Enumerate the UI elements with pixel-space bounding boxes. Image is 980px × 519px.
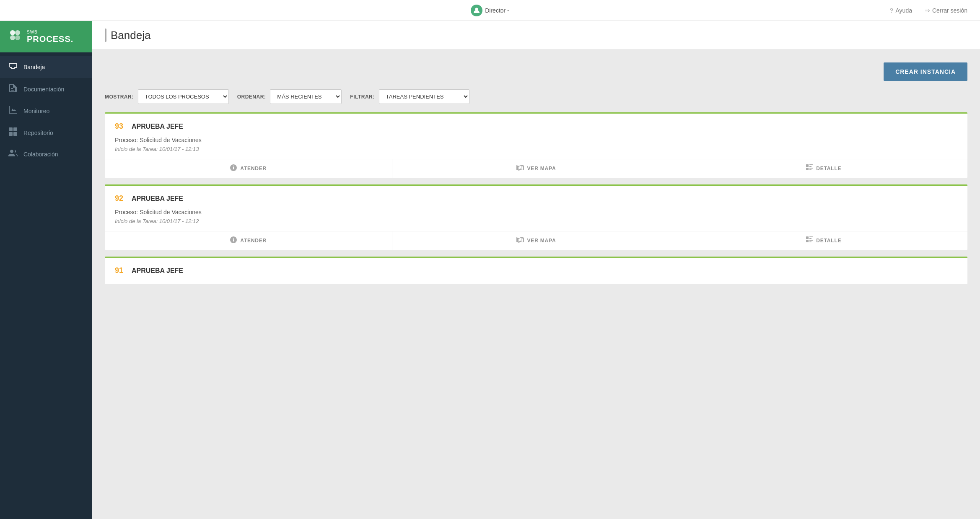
logout-label: Cerrar sesión xyxy=(932,7,967,14)
sidebar-item-repositorio[interactable]: Repositorio xyxy=(0,122,92,144)
topbar-actions: ? Ayuda ⇒ Cerrar sesión xyxy=(889,7,967,14)
detalle-button-93[interactable]: DETALLE xyxy=(680,159,967,178)
task-process-92: Proceso: Solicitud de Vacaciones xyxy=(115,209,957,215)
bandeja-icon xyxy=(8,62,18,72)
task-id-92: 92 xyxy=(115,194,123,203)
task-id-91: 91 xyxy=(115,266,123,275)
svg-point-1 xyxy=(10,30,15,35)
sidebar-item-colaboracion[interactable]: Colaboración xyxy=(0,144,92,164)
mostrar-filter-group: MOSTRAR: TODOS LOS PROCESOS MIS PROCESOS xyxy=(105,89,229,104)
svg-point-4 xyxy=(15,35,20,40)
filtrar-filter-group: FILTRAR: TAREAS PENDIENTES TODAS LAS TAR… xyxy=(350,89,469,104)
page-title: Bandeja xyxy=(111,29,150,42)
logo-text: SWB PROCESS. xyxy=(27,30,73,44)
atender-button-92[interactable]: ATENDER xyxy=(105,231,392,250)
sidebar-label-bandeja: Bandeja xyxy=(23,64,45,70)
sidebar-logo: SWB PROCESS. xyxy=(0,21,92,52)
task-id-93: 93 xyxy=(115,122,123,131)
svg-rect-19 xyxy=(809,240,813,241)
svg-rect-9 xyxy=(806,164,809,167)
task-date-92: Inicio de la Tarea: 10/01/17 - 12:12 xyxy=(115,218,957,224)
monitoreo-icon xyxy=(8,106,18,116)
ver-mapa-label-93: VER MAPA xyxy=(527,166,556,171)
ordenar-label: ORDENAR: xyxy=(237,94,266,100)
sidebar-label-monitoreo: Monitoreo xyxy=(23,108,49,114)
filtrar-label: FILTRAR: xyxy=(350,94,374,100)
atender-icon-92 xyxy=(230,236,237,245)
content-body: CREAR INSTANCIA MOSTRAR: TODOS LOS PROCE… xyxy=(92,50,980,304)
toolbar: CREAR INSTANCIA xyxy=(105,62,967,81)
help-label: Ayuda xyxy=(896,7,912,14)
main-layout: SWB PROCESS. Bandeja xyxy=(0,21,980,519)
ver-mapa-icon-92 xyxy=(516,237,524,244)
topbar: Director - ? Ayuda ⇒ Cerrar sesión xyxy=(0,0,980,21)
svg-rect-7 xyxy=(9,132,13,136)
detalle-icon-92 xyxy=(806,236,813,245)
task-card-body-92: 92 APRUEBA JEFE Proceso: Solicitud de Va… xyxy=(105,186,967,231)
logo-process: PROCESS. xyxy=(27,34,73,44)
sidebar-item-bandeja[interactable]: Bandeja xyxy=(0,56,92,78)
ver-mapa-button-92[interactable]: VER MAPA xyxy=(392,231,680,250)
documentacion-icon xyxy=(8,84,18,94)
task-actions-93: ATENDER VER MAPA xyxy=(105,159,967,178)
task-date-93: Inicio de la Tarea: 10/01/17 - 12:13 xyxy=(115,146,957,152)
logout-link[interactable]: ⇒ Cerrar sesión xyxy=(925,7,967,14)
task-process-93: Proceso: Solicitud de Vacaciones xyxy=(115,137,957,143)
svg-rect-12 xyxy=(806,168,809,170)
svg-rect-8 xyxy=(13,132,17,136)
mostrar-select[interactable]: TODOS LOS PROCESOS MIS PROCESOS xyxy=(138,89,229,104)
task-card-91: 91 APRUEBA JEFE xyxy=(105,257,967,284)
filtrar-select[interactable]: TAREAS PENDIENTES TODAS LAS TAREAS TAREA… xyxy=(379,89,469,104)
detalle-label-92: DETALLE xyxy=(816,238,841,244)
sidebar-item-monitoreo[interactable]: Monitoreo xyxy=(0,100,92,122)
sidebar: SWB PROCESS. Bandeja xyxy=(0,21,92,519)
user-avatar-icon xyxy=(471,5,482,16)
svg-point-2 xyxy=(15,30,20,35)
svg-rect-14 xyxy=(809,169,811,170)
atender-label-93: ATENDER xyxy=(240,166,267,171)
content-area: Bandeja CREAR INSTANCIA MOSTRAR: TODOS L… xyxy=(92,21,980,519)
task-title-92: APRUEBA JEFE xyxy=(132,195,183,202)
detalle-label-93: DETALLE xyxy=(816,166,841,171)
sidebar-nav: Bandeja Documentación Monitoreo xyxy=(0,52,92,164)
content-header: Bandeja xyxy=(92,21,980,50)
task-card-body-91: 91 APRUEBA JEFE xyxy=(105,258,967,284)
logo-swb: SWB xyxy=(27,30,73,34)
sidebar-label-colaboracion: Colaboración xyxy=(23,151,58,158)
detalle-icon-93 xyxy=(806,164,813,173)
ver-mapa-button-93[interactable]: VER MAPA xyxy=(392,159,680,178)
title-accent xyxy=(105,29,106,42)
help-icon: ? xyxy=(889,7,893,14)
svg-point-3 xyxy=(10,35,15,40)
sidebar-item-documentacion[interactable]: Documentación xyxy=(0,78,92,100)
atender-button-93[interactable]: ATENDER xyxy=(105,159,392,178)
logo-icon xyxy=(8,28,23,46)
sidebar-label-documentacion: Documentación xyxy=(23,86,64,93)
sidebar-label-repositorio: Repositorio xyxy=(23,130,53,136)
svg-rect-18 xyxy=(806,240,809,242)
ordenar-select[interactable]: MÁS RECIENTES MÁS ANTIGUOS xyxy=(270,89,342,104)
ordenar-filter-group: ORDENAR: MÁS RECIENTES MÁS ANTIGUOS xyxy=(237,89,342,104)
task-header-row-92: 92 APRUEBA JEFE xyxy=(115,194,957,205)
svg-rect-13 xyxy=(809,168,813,169)
user-info: Director - xyxy=(471,5,509,16)
user-label: Director - xyxy=(485,7,509,14)
task-title-91: APRUEBA JEFE xyxy=(132,267,183,275)
atender-label-92: ATENDER xyxy=(240,238,267,244)
create-instance-button[interactable]: CREAR INSTANCIA xyxy=(884,62,967,81)
svg-rect-6 xyxy=(13,127,17,131)
help-link[interactable]: ? Ayuda xyxy=(889,7,912,14)
svg-rect-17 xyxy=(809,238,811,239)
task-card-93: 93 APRUEBA JEFE Proceso: Solicitud de Va… xyxy=(105,112,967,178)
task-header-row-93: 93 APRUEBA JEFE xyxy=(115,122,957,133)
mostrar-label: MOSTRAR: xyxy=(105,94,134,100)
svg-rect-15 xyxy=(806,236,809,239)
svg-rect-11 xyxy=(809,166,811,167)
atender-icon-93 xyxy=(230,164,237,173)
task-card-body-93: 93 APRUEBA JEFE Proceso: Solicitud de Va… xyxy=(105,114,967,159)
task-card-92: 92 APRUEBA JEFE Proceso: Solicitud de Va… xyxy=(105,184,967,250)
svg-rect-5 xyxy=(9,127,13,131)
detalle-button-92[interactable]: DETALLE xyxy=(680,231,967,250)
task-header-row-91: 91 APRUEBA JEFE xyxy=(115,266,957,278)
svg-rect-10 xyxy=(809,164,813,165)
